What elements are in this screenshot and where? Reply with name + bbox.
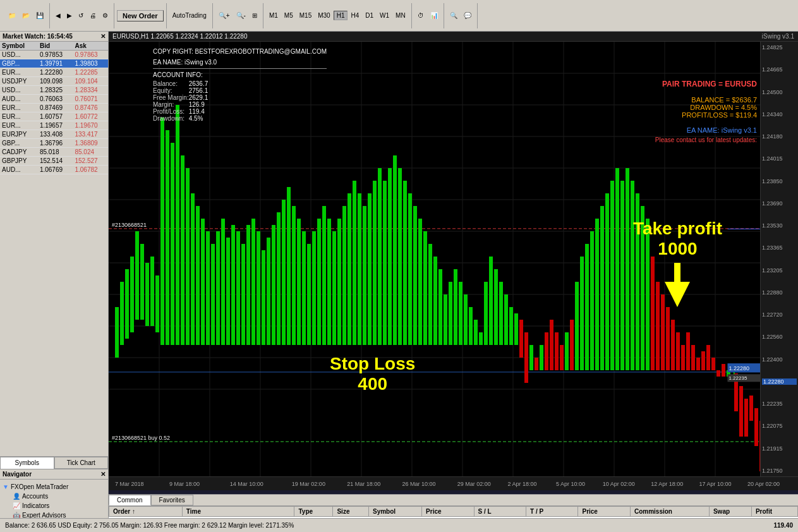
right-info: PAIR TRADING = EURUSD BALANCE = $2636.7 …	[655, 80, 757, 143]
toolbar-btn-misc2[interactable]: 📊	[427, 10, 441, 21]
mw-ask: 1.39803	[73, 59, 108, 68]
market-watch-row[interactable]: EURJPY 133.408 133.417	[0, 130, 108, 139]
svg-rect-150	[716, 370, 720, 377]
price-3: 1.24500	[762, 89, 797, 95]
market-watch-row[interactable]: EUR... 1.60757 1.60772	[0, 112, 108, 121]
market-watch-row[interactable]: CADJPY 85.018 85.024	[0, 148, 108, 157]
chart-watermark-small: iSwing v3.1	[762, 33, 794, 40]
fit-btn[interactable]: ⊞	[249, 10, 260, 21]
svg-rect-158	[754, 408, 758, 446]
market-watch-row[interactable]: EUR... 1.19657 1.19670	[0, 121, 108, 130]
mw-bid: 109.098	[38, 77, 73, 86]
svg-rect-47	[196, 206, 200, 345]
col-profit: Profit	[751, 507, 797, 517]
svg-rect-147	[701, 351, 705, 370]
account-margin-row: Margin: 126.9	[153, 101, 208, 108]
mw-ask: 1.60772	[73, 112, 108, 121]
market-watch-row[interactable]: GBPJPY 152.514 152.527	[0, 157, 108, 166]
price-10: 1.23365	[762, 245, 797, 251]
take-profit-text: Take profit	[633, 219, 722, 239]
svg-rect-107	[499, 282, 503, 345]
period-m5[interactable]: M5	[281, 11, 296, 20]
mw-ask: 0.76071	[73, 95, 108, 104]
period-m30[interactable]: M30	[315, 11, 333, 20]
tab-common[interactable]: Common	[109, 495, 151, 505]
period-mn[interactable]: MN	[392, 11, 409, 20]
svg-rect-119	[560, 345, 564, 370]
account-info-table: Balance: 2636.7 Equity: 2756.1 Free Marg…	[153, 80, 208, 122]
market-watch-row[interactable]: USD... 1.28325 1.28334	[0, 86, 108, 95]
svg-rect-90	[413, 206, 417, 345]
account-free-margin-row: Free Margin: 2629.1	[153, 94, 208, 101]
market-watch-row[interactable]: EUR... 1.22280 1.22285	[0, 68, 108, 77]
mw-ask: 133.417	[73, 130, 108, 139]
toolbar-btn-refresh[interactable]: ↺	[75, 10, 87, 21]
market-watch-header: Market Watch: 16:54:45 ✕	[0, 32, 108, 42]
market-watch-row[interactable]: GBP... 1.36796 1.36809	[0, 139, 108, 148]
market-watch-row[interactable]: AUD... 1.06769 1.06782	[0, 166, 108, 174]
tab-symbols[interactable]: Symbols	[0, 457, 54, 469]
search-btn[interactable]: 🔍	[447, 10, 461, 21]
toolbar-btn-new[interactable]: 📁	[5, 10, 19, 21]
toolbar-btn-open[interactable]: 📂	[19, 10, 33, 21]
toolbar-btn-print[interactable]: 🖨	[87, 10, 99, 21]
nav-accounts[interactable]: 👤 Accounts	[13, 492, 106, 501]
mw-symbol: EURJPY	[0, 130, 38, 139]
stop-loss-value: 400	[330, 374, 415, 394]
toolbar-btn-autotrading[interactable]: AutoTrading	[169, 10, 210, 21]
period-h1[interactable]: H1	[334, 11, 348, 20]
navigator-close[interactable]: ✕	[100, 471, 106, 478]
mw-ask: 85.024	[73, 148, 108, 157]
mw-bid: 1.22280	[38, 68, 73, 77]
new-order-button[interactable]: New Order	[117, 10, 164, 21]
period-m1[interactable]: M1	[266, 11, 281, 20]
chart-header: EURUSD,H1 1.22065 1.22324 1.22012 1.2228…	[109, 32, 798, 42]
svg-rect-74	[332, 231, 336, 345]
tab-tick-chart[interactable]: Tick Chart	[54, 457, 109, 469]
svg-rect-43	[176, 105, 179, 345]
toolbar-btn-misc1[interactable]: ⏱	[414, 10, 427, 21]
period-m15[interactable]: M15	[296, 11, 315, 20]
market-watch-row[interactable]: AUD... 0.76063 0.76071	[0, 95, 108, 104]
svg-rect-105	[489, 257, 493, 345]
nav-root[interactable]: ▼ FXOpen MetaTrader	[3, 482, 106, 492]
market-watch-close[interactable]: ✕	[100, 33, 106, 40]
svg-rect-41	[166, 130, 169, 345]
chat-btn[interactable]: 💬	[461, 10, 475, 21]
time-3: 14 Mar 10:00	[230, 481, 263, 487]
account-pl-row: Profit/Loss: 119.4	[153, 108, 208, 115]
toolbar-btn-back[interactable]: ◀	[52, 10, 64, 21]
period-d1[interactable]: D1	[362, 11, 377, 20]
zoom-out-btn[interactable]: 🔍-	[233, 10, 249, 21]
market-watch-row[interactable]: USDJPY 109.098 109.104	[0, 77, 108, 86]
col-sl: S / L	[474, 507, 526, 517]
margin-label: Margin:	[153, 101, 189, 108]
take-profit-arrow	[633, 263, 722, 307]
svg-rect-132	[626, 168, 629, 370]
toolbar-btn-forward[interactable]: ▶	[64, 10, 75, 21]
svg-rect-45	[186, 168, 190, 345]
zoom-in-btn[interactable]: 🔍+	[215, 10, 233, 21]
svg-rect-70	[312, 231, 316, 345]
market-watch-row[interactable]: USD... 0.97853 0.97863	[0, 51, 108, 59]
svg-rect-72	[322, 206, 326, 345]
status-profit: 119.40	[773, 522, 793, 529]
tab-favorites[interactable]: Favorites	[151, 495, 193, 505]
svg-rect-53	[226, 238, 230, 345]
svg-rect-101	[469, 307, 473, 345]
market-watch-row[interactable]: EUR... 0.87469 0.87476	[0, 104, 108, 112]
svg-rect-98	[454, 269, 457, 345]
toolbar-btn-save[interactable]: 💾	[33, 10, 47, 21]
toolbar-btn-settings[interactable]: ⚙	[99, 10, 111, 21]
svg-rect-123	[580, 257, 584, 370]
right-ea-group: EA NAME: iSwing v3.1 Please contact us f…	[655, 126, 757, 143]
chart-container[interactable]: EURUSD,H1 1.22065 1.22324 1.22012 1.2228…	[109, 32, 798, 494]
svg-rect-94	[433, 257, 437, 345]
period-h4[interactable]: H4	[348, 11, 362, 20]
svg-rect-36	[140, 244, 144, 320]
period-w1[interactable]: W1	[377, 11, 392, 20]
nav-indicators[interactable]: 📈 Indicators	[13, 501, 106, 511]
col-swap: Swap	[709, 507, 751, 517]
market-watch-row[interactable]: GBP... 1.39791 1.39803	[0, 59, 108, 68]
svg-rect-38	[150, 257, 154, 326]
